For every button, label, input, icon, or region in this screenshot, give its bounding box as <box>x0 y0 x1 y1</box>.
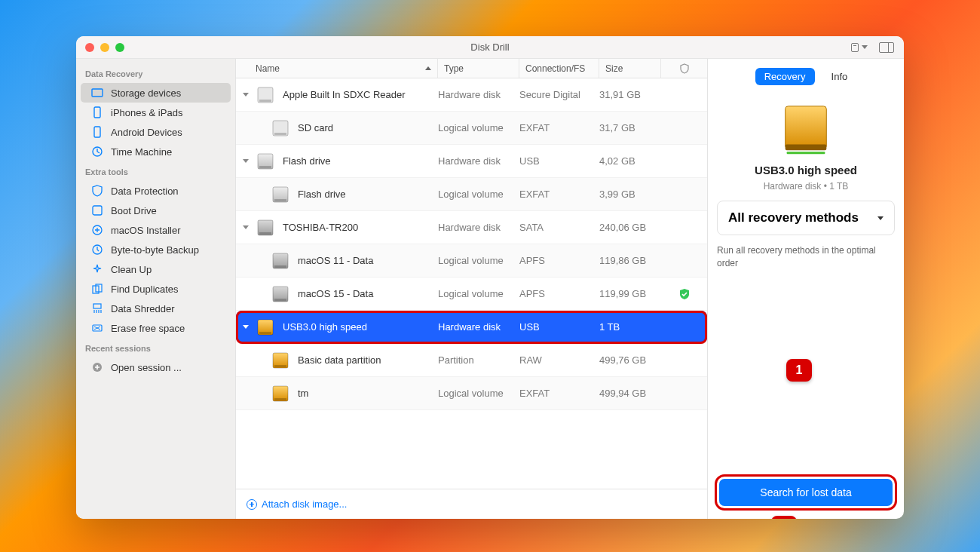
table-row[interactable]: Apple Built In SDXC ReaderHardware diskS… <box>236 78 707 112</box>
svg-rect-27 <box>274 299 286 301</box>
table-row[interactable]: Flash driveHardware diskUSB4,02 GB <box>236 145 707 178</box>
list-footer: Attach disk image... <box>236 489 707 519</box>
sidebar-item-label: Byte-to-byte Backup <box>111 244 199 256</box>
chevron-down-icon <box>243 159 249 163</box>
tab-recovery[interactable]: Recovery <box>755 68 815 85</box>
sidebar-item-storage-devices[interactable]: Storage devices <box>81 83 231 103</box>
clock-icon <box>91 146 103 158</box>
row-connection: APFS <box>519 288 599 299</box>
row-connection: EXFAT <box>519 189 599 200</box>
search-button-highlight: Search for lost data <box>717 477 895 508</box>
shield-icon <box>91 185 103 197</box>
col-shield[interactable] <box>661 59 707 78</box>
sidebar-item-data-protection[interactable]: Data Protection <box>81 181 231 201</box>
row-connection: EXFAT <box>519 122 599 133</box>
col-connection[interactable]: Connection/FS <box>519 59 599 78</box>
sidebar-section-extra-tools: Extra tools <box>76 161 235 181</box>
table-row[interactable]: Basic data partitionPartitionRAW499,76 G… <box>236 344 707 377</box>
window-title: Disk Drill <box>76 41 904 53</box>
row-type: Logical volume <box>438 388 519 399</box>
boot-icon <box>91 204 103 216</box>
tab-info[interactable]: Info <box>822 68 857 85</box>
search-for-lost-data-button[interactable]: Search for lost data <box>719 479 893 506</box>
duplicates-icon <box>91 283 103 295</box>
row-name: Flash drive <box>298 189 346 200</box>
svg-rect-19 <box>259 166 271 168</box>
col-type[interactable]: Type <box>438 59 519 78</box>
storage-icon <box>91 87 103 99</box>
table-row[interactable]: macOS 15 - DataLogical volumeAPFS119,99 … <box>236 278 707 311</box>
row-name: SD card <box>298 122 333 133</box>
toggle-panel-button[interactable] <box>878 41 895 54</box>
row-connection: APFS <box>519 255 599 266</box>
col-size[interactable]: Size <box>599 59 661 78</box>
sidebar-item-byte-backup[interactable]: Byte-to-byte Backup <box>81 240 231 259</box>
row-connection: Secure Digital <box>519 89 599 100</box>
sidebar-item-macos-installer[interactable]: macOS Installer <box>81 220 231 240</box>
table-row[interactable]: tmLogical volumeEXFAT499,94 GB <box>236 377 707 410</box>
sidebar-section-data-recovery: Data Recovery <box>76 63 235 83</box>
row-name: Apple Built In SDXC Reader <box>283 89 406 100</box>
table-row[interactable]: SD cardLogical volumeEXFAT31,7 GB <box>236 112 707 145</box>
column-headers: Name Type Connection/FS Size <box>236 59 707 78</box>
row-connection: EXFAT <box>519 388 599 399</box>
expand-toggle[interactable] <box>236 325 256 329</box>
sidebar-section-recent: Recent sessions <box>76 338 235 357</box>
recovery-method-dropdown[interactable]: All recovery methods <box>717 201 895 235</box>
row-size: 31,91 GB <box>599 89 661 100</box>
view-mode-button[interactable] <box>851 41 868 54</box>
recovery-method-desc: Run all recovery methods in the optimal … <box>717 244 895 270</box>
row-shield <box>661 288 707 300</box>
attach-disk-image-link[interactable]: Attach disk image... <box>247 498 347 510</box>
drive-icon-large <box>776 100 835 159</box>
expand-toggle[interactable] <box>236 93 256 97</box>
table-row[interactable]: Flash driveLogical volumeEXFAT3,99 GB <box>236 178 707 211</box>
table-row[interactable]: USB3.0 high speedHardware diskUSB1 TB <box>236 311 707 344</box>
callout-badge-2: 2 <box>771 516 797 519</box>
drive-icon <box>271 251 290 271</box>
table-row[interactable]: TOSHIBA-TR200Hardware diskSATA240,06 GB <box>236 211 707 244</box>
row-type: Partition <box>438 354 519 366</box>
sidebar-item-iphones[interactable]: iPhones & iPads <box>81 103 231 122</box>
sidebar-item-erase-free-space[interactable]: Erase free space <box>81 318 231 338</box>
device-list: Name Type Connection/FS Size Apple Built… <box>236 59 708 519</box>
table-row[interactable]: macOS 11 - DataLogical volumeAPFS119,86 … <box>236 244 707 278</box>
row-name: macOS 15 - Data <box>298 288 373 299</box>
row-name: Flash drive <box>283 155 331 167</box>
sidebar: Data Recovery Storage devices iPhones & … <box>76 59 236 519</box>
sidebar-item-data-shredder[interactable]: Data Shredder <box>81 299 231 318</box>
shredder-icon <box>91 302 103 314</box>
sidebar-item-label: Boot Drive <box>111 205 157 216</box>
sidebar-item-label: Open session ... <box>111 362 182 373</box>
sidebar-item-boot-drive[interactable]: Boot Drive <box>81 201 231 220</box>
svg-rect-15 <box>259 100 271 102</box>
svg-rect-2 <box>92 89 103 97</box>
svg-rect-29 <box>259 332 271 334</box>
sidebar-item-label: Erase free space <box>111 323 185 334</box>
drive-icon <box>256 152 275 171</box>
row-size: 499,94 GB <box>599 388 661 399</box>
panel-icon <box>879 42 894 53</box>
sidebar-item-open-session[interactable]: Open session ... <box>81 357 231 377</box>
minimize-button[interactable] <box>100 43 109 52</box>
backup-icon <box>91 244 103 256</box>
expand-toggle[interactable] <box>236 225 256 229</box>
sidebar-item-label: Find Duplicates <box>111 284 179 295</box>
sidebar-item-time-machine[interactable]: Time Machine <box>81 142 231 161</box>
row-type: Hardware disk <box>438 155 519 167</box>
sidebar-item-clean-up[interactable]: Clean Up <box>81 259 231 279</box>
sidebar-item-android[interactable]: Android Devices <box>81 122 231 142</box>
svg-rect-6 <box>93 206 102 215</box>
close-button[interactable] <box>85 43 94 52</box>
drive-icon <box>271 351 290 370</box>
expand-toggle[interactable] <box>236 159 256 163</box>
titlebar: Disk Drill <box>76 36 904 59</box>
drive-icon <box>271 284 290 304</box>
panel-tabs: Recovery Info <box>717 68 895 85</box>
shield-check-icon <box>678 288 691 300</box>
app-window: Disk Drill Data Recovery Storage devices… <box>76 36 904 519</box>
sidebar-item-find-duplicates[interactable]: Find Duplicates <box>81 279 231 299</box>
maximize-button[interactable] <box>115 43 124 52</box>
row-name: TOSHIBA-TR200 <box>283 222 358 233</box>
col-name[interactable]: Name <box>236 59 438 78</box>
